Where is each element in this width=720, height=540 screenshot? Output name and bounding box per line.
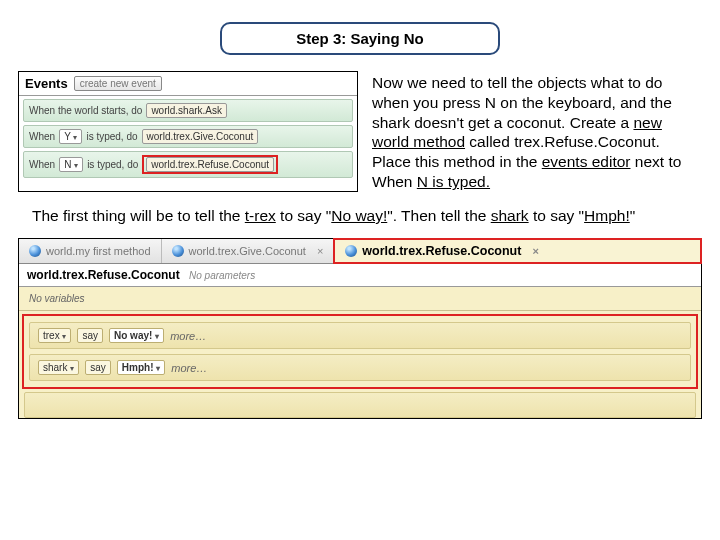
- event-row[interactable]: When N ▾ is typed, do world.trex.Refuse.…: [23, 151, 353, 178]
- close-icon[interactable]: ×: [532, 245, 538, 257]
- chevron-down-icon: ▾: [70, 364, 74, 373]
- event-method-tile[interactable]: world.shark.Ask: [146, 103, 227, 118]
- underlined-text: t-rex: [245, 207, 276, 224]
- tab[interactable]: world.my first method: [19, 239, 162, 263]
- world-icon: [29, 245, 41, 257]
- world-icon: [172, 245, 184, 257]
- event-text: When: [29, 131, 55, 142]
- close-icon[interactable]: ×: [317, 245, 323, 257]
- events-header: Events create new event: [19, 72, 357, 96]
- event-text: When the world starts, do: [29, 105, 142, 116]
- more-link[interactable]: more…: [171, 362, 207, 374]
- underlined-text: Hmph!: [584, 207, 630, 224]
- no-variables-label: No variables: [19, 287, 701, 311]
- method-editor: world.my first method world.trex.Give.Co…: [18, 238, 702, 419]
- event-text: When: [29, 159, 55, 170]
- argument-tile[interactable]: No way! ▾: [109, 328, 164, 343]
- event-text: is typed, do: [87, 159, 138, 170]
- event-text: is typed, do: [86, 131, 137, 142]
- instruction-paragraph-2: The first thing will be to tell the t-re…: [0, 192, 720, 230]
- tab-label: world.trex.Give.Coconut: [189, 245, 306, 257]
- key-tile[interactable]: N ▾: [59, 157, 83, 172]
- code-row[interactable]: shark ▾ say Hmph! ▾ more…: [29, 354, 691, 381]
- tab-active[interactable]: world.trex.Refuse.Coconut ×: [333, 238, 702, 264]
- event-method-tile[interactable]: world.trex.Refuse.Coconut: [146, 157, 274, 172]
- highlight-box: trex ▾ say No way! ▾ more… shark ▾ say H…: [22, 314, 698, 389]
- more-link[interactable]: more…: [170, 330, 206, 342]
- object-tile[interactable]: shark ▾: [38, 360, 79, 375]
- chevron-down-icon: ▾: [74, 161, 78, 170]
- highlight-box: world.trex.Refuse.Coconut: [142, 155, 278, 174]
- chevron-down-icon: ▾: [155, 332, 159, 341]
- tab-label: world.my first method: [46, 245, 151, 257]
- underlined-text: events editor: [542, 153, 631, 170]
- no-parameters-label: No parameters: [189, 270, 255, 281]
- argument-tile[interactable]: Hmph! ▾: [117, 360, 165, 375]
- method-title-bar: world.trex.Refuse.Coconut No parameters: [19, 264, 701, 287]
- key-tile[interactable]: Y ▾: [59, 129, 82, 144]
- event-row[interactable]: When the world starts, do world.shark.As…: [23, 99, 353, 122]
- event-row[interactable]: When Y ▾ is typed, do world.trex.Give.Co…: [23, 125, 353, 148]
- chevron-down-icon: ▾: [73, 133, 77, 142]
- instruction-paragraph: Now we need to tell the objects what to …: [372, 71, 702, 192]
- create-event-button[interactable]: create new event: [74, 76, 162, 91]
- tab-label: world.trex.Refuse.Coconut: [362, 244, 521, 258]
- tab[interactable]: world.trex.Give.Coconut ×: [162, 239, 335, 263]
- action-tile[interactable]: say: [77, 328, 103, 343]
- tab-bar: world.my first method world.trex.Give.Co…: [19, 239, 701, 264]
- action-tile[interactable]: say: [85, 360, 111, 375]
- object-tile[interactable]: trex ▾: [38, 328, 71, 343]
- underlined-text: No way!: [331, 207, 387, 224]
- events-panel: Events create new event When the world s…: [18, 71, 358, 192]
- underlined-text: shark: [491, 207, 529, 224]
- empty-code-row[interactable]: [24, 392, 696, 418]
- event-method-tile[interactable]: world.trex.Give.Coconut: [142, 129, 259, 144]
- chevron-down-icon: ▾: [62, 332, 66, 341]
- top-row: Events create new event When the world s…: [0, 65, 720, 192]
- step-title: Step 3: Saying No: [220, 22, 500, 55]
- underlined-text: N is typed.: [417, 173, 490, 190]
- events-heading: Events: [25, 76, 68, 91]
- method-name: world.trex.Refuse.Coconut: [27, 268, 180, 282]
- code-row[interactable]: trex ▾ say No way! ▾ more…: [29, 322, 691, 349]
- chevron-down-icon: ▾: [156, 364, 160, 373]
- world-icon: [345, 245, 357, 257]
